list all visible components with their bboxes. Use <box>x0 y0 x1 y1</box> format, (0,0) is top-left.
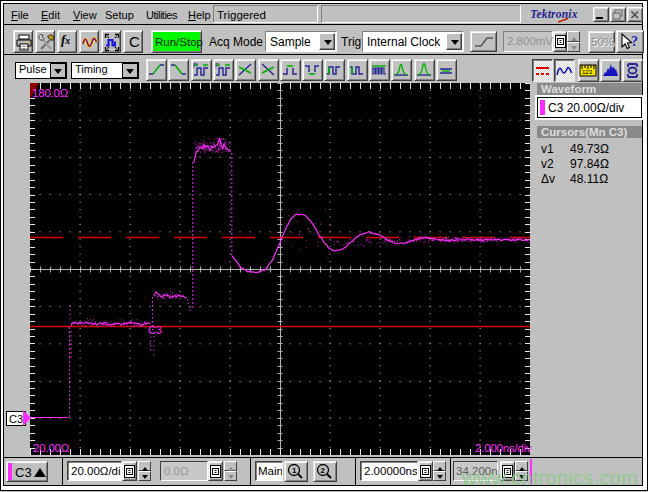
svg-text:F: F <box>215 62 219 69</box>
svg-text:?: ? <box>631 34 638 49</box>
svg-text:2: 2 <box>321 466 326 475</box>
svg-text:P: P <box>193 62 198 69</box>
svg-text:1: 1 <box>292 466 297 475</box>
svg-text:123: 123 <box>582 69 593 75</box>
